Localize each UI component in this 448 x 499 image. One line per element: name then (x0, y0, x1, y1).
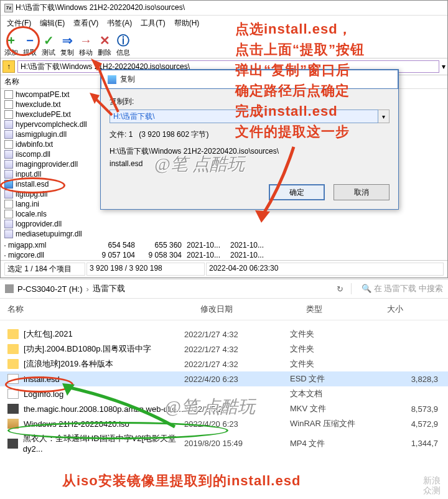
file-size: 8,573,9 (371, 404, 441, 414)
file-mod: 2022/1/27 4:32 (184, 360, 290, 369)
file-icon (4, 220, 13, 228)
file-mod: 2022/4/20 6:23 (184, 375, 290, 384)
file-icon (4, 160, 13, 169)
file-icon (4, 110, 13, 119)
toolbar-复制[interactable]: ⇒复制 (58, 32, 77, 58)
file-size: 4,572,9 (371, 419, 441, 429)
window-title: H:\迅雷下载\Windows 21H2-20220420.iso\source… (16, 2, 185, 13)
chevron-right-icon: › (86, 284, 89, 294)
file-name: imagingprovider.dll (16, 160, 78, 169)
file-name: iasmigplugin.dll (16, 130, 67, 139)
file-name: iiscomp.dll (16, 150, 50, 159)
file-name: idwbinfo.txt (16, 140, 53, 149)
explorer-row[interactable]: [流浪地球]2019.各种版本2022/1/27 4:32文件夹 (0, 357, 448, 371)
file-name: lang.ini (16, 200, 39, 209)
file-name: hwexcludePE.txt (16, 110, 71, 119)
toolbar-icon: ⓘ (116, 33, 131, 48)
file-type: MKV 文件 (290, 403, 371, 414)
file-icon (4, 100, 13, 109)
menu-tools[interactable]: 工具(T) (137, 17, 169, 30)
file-icon (4, 200, 13, 208)
file-size: 3,828,3 (371, 375, 441, 384)
highlight-circle-install (0, 177, 65, 194)
breadcrumb-folder[interactable]: 迅雷下载 (93, 283, 125, 294)
file-type-icon (7, 359, 19, 369)
file-type: WinRAR 压缩文件 (290, 418, 371, 429)
window-titlebar: 7z H:\迅雷下载\Windows 21H2-20220420.iso\sou… (1, 1, 447, 16)
toolbar-icon: ⇒ (60, 33, 75, 48)
annotation-instructions: 点选install.esd，点击上面“提取”按钮弹出“复制”窗口后确定路径后点确… (235, 19, 447, 142)
file-type-icon (7, 404, 19, 414)
file-type: ESD 文件 (290, 373, 371, 385)
menu-edit[interactable]: 编辑(E) (36, 17, 68, 30)
explorer-columns[interactable]: 名称 修改日期 类型 大小 (0, 299, 448, 320)
file-name: locale.nls (16, 210, 47, 219)
file-icon (4, 150, 13, 159)
search-icon: 🔍 (362, 284, 371, 293)
file-type-icon (7, 344, 19, 354)
svg-marker-2 (255, 210, 270, 223)
file-mod: 2022/1/27 4:32 (184, 330, 290, 339)
toolbar-icon: ✕ (97, 33, 112, 48)
file-icon (4, 130, 13, 139)
highlight-circle-extract (6, 26, 40, 56)
toolbar-测试[interactable]: ✓测试 (39, 32, 58, 58)
refresh-icon[interactable]: ↻ (337, 284, 343, 294)
file-row[interactable]: mediasetupuimgr.dll (4, 229, 444, 239)
file-type: 文件夹 (290, 329, 371, 340)
file-icon (4, 230, 13, 238)
file-mod: 2019/8/20 15:49 (184, 439, 290, 448)
annotation-bottom: 从iso安装镜像里提取到的install.esd (62, 472, 301, 490)
cancel-button[interactable]: 取消 (334, 184, 390, 200)
file-type: 文件夹 (290, 358, 371, 370)
file-size: 1,344,7 (371, 439, 441, 448)
explorer-row[interactable]: [大红包].20212022/1/27 4:32文件夹 (0, 327, 448, 342)
file-row[interactable]: migcore.dll9 057 1049 058 3042021-10...2… (1, 250, 447, 260)
arrow-red-2 (87, 90, 118, 123)
drive-icon (5, 284, 14, 293)
file-icon (4, 90, 13, 99)
col-mod[interactable]: 修改日期 (200, 304, 306, 315)
file-name: hypervcomplcheck.dll (16, 120, 87, 129)
file-icon (4, 120, 13, 129)
status-bar: 选定 1 / 184 个项目 3 920 198 / 3 920 198 202… (1, 260, 447, 277)
col-size[interactable]: 大小 (387, 304, 441, 315)
toolbar-icon: ✓ (41, 33, 56, 48)
file-icon (4, 245, 6, 246)
up-icon[interactable]: ↑ (2, 60, 15, 73)
file-name: [流浪地球]2019.各种版本 (24, 358, 113, 370)
menu-bookmark[interactable]: 书签(A) (103, 17, 136, 30)
menu-help[interactable]: 帮助(H) (170, 17, 203, 30)
file-type: 文件夹 (290, 343, 371, 355)
file-name: hwcompatPE.txt (16, 90, 70, 100)
file-name: logprovider.dll (16, 220, 62, 229)
file-type: 文本文档 (290, 388, 371, 399)
file-row[interactable]: logprovider.dll (4, 219, 444, 229)
toolbar-移动[interactable]: →移动 (77, 32, 95, 58)
col-type[interactable]: 类型 (306, 304, 387, 315)
corner-logo: 新浪众测 (423, 475, 441, 495)
toolbar-删除[interactable]: ✕删除 (95, 32, 114, 58)
status-date: 2022-04-20 06:23:30 (206, 263, 444, 276)
file-type: MP4 文件 (290, 438, 371, 449)
search-placeholder[interactable]: 在 迅雷下载 中搜索 (374, 284, 443, 293)
arrow-green (60, 382, 184, 440)
status-selected: 选定 1 / 184 个项目 (4, 263, 85, 276)
file-row[interactable]: migapp.xml654 548655 3602021-10...2021-1… (1, 240, 447, 250)
status-size: 3 920 198 / 3 920 198 (86, 263, 205, 276)
menu-view[interactable]: 查看(V) (70, 17, 102, 30)
toolbar-label: 复制 (60, 48, 74, 57)
file-icon (4, 170, 13, 179)
breadcrumb-drive[interactable]: P-CS3040-2T (H:) (17, 284, 83, 294)
file-name: mediasetupuimgr.dll (16, 230, 82, 239)
watermark-1: @笔 点酷玩 (154, 152, 245, 176)
col-name[interactable]: 名称 (7, 304, 200, 315)
sevenzip-icon: 7z (4, 4, 13, 12)
file-icon (4, 140, 13, 149)
explorer-row[interactable]: [功夫].2004.BD1080p.国粤双语中字2022/1/27 4:32文件… (0, 342, 448, 357)
file-row[interactable]: locale.nls (4, 209, 444, 219)
file-name: hwexclude.txt (16, 100, 61, 110)
toolbar-信息[interactable]: ⓘ信息 (114, 32, 133, 58)
toolbar-label: 测试 (42, 48, 55, 57)
file-mod: 2022/1/27 4:32 (184, 345, 290, 354)
